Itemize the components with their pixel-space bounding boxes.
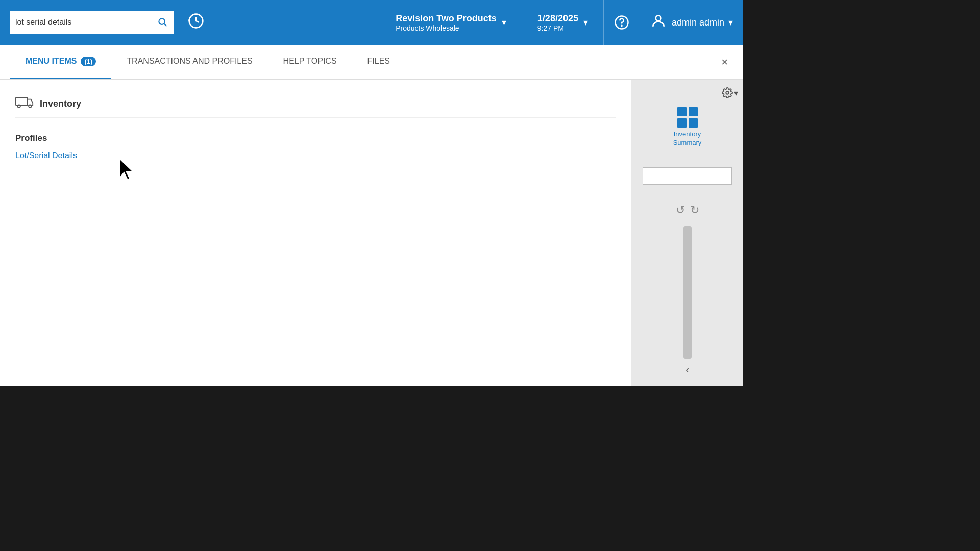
sidebar-divider-1: [637, 158, 738, 158]
profiles-title: Profiles: [15, 133, 616, 143]
svg-line-1: [164, 23, 167, 26]
time-text: 9:27 PM: [537, 24, 578, 32]
tab-help[interactable]: HELP TOPICS: [268, 45, 352, 79]
history-button[interactable]: [184, 9, 208, 37]
right-sidebar: ▾ InventorySummary: [631, 80, 743, 386]
tab-menu-items-label: MENU ITEMS: [26, 57, 77, 66]
user-icon: [650, 13, 667, 33]
sidebar-divider-2: [637, 194, 738, 194]
header-bar: Revision Two Products Products Wholesale…: [0, 0, 743, 45]
company-info: Revision Two Products Products Wholesale: [396, 13, 497, 32]
sidebar-scrollbar[interactable]: [683, 226, 692, 359]
inventory-truck-icon: [15, 95, 34, 112]
svg-rect-11: [677, 118, 687, 128]
svg-point-0: [159, 18, 165, 24]
company-name: Revision Two Products: [396, 13, 497, 24]
bottom-bar: [0, 494, 980, 551]
help-button[interactable]: [604, 0, 640, 45]
sidebar-redo-button[interactable]: ↻: [690, 204, 699, 217]
tab-close-button[interactable]: ×: [716, 56, 733, 69]
tab-files-label: FILES: [368, 57, 390, 66]
results-panel: Inventory Profiles Lot/Serial Details: [0, 80, 631, 386]
sidebar-controls: ↺ ↻: [676, 204, 699, 217]
category-header: Inventory: [15, 90, 616, 118]
search-container: [10, 11, 174, 34]
main-content: Inventory Profiles Lot/Serial Details ▾: [0, 80, 743, 386]
inventory-summary-label: InventorySummary: [673, 130, 702, 147]
sidebar-search-input[interactable]: [643, 167, 732, 185]
svg-point-7: [29, 105, 31, 107]
settings-button[interactable]: ▾: [722, 87, 738, 98]
tab-transactions-label: TRANSACTIONS AND PROFILES: [127, 57, 252, 66]
search-button[interactable]: [156, 16, 168, 30]
inventory-summary-button[interactable]: InventorySummary: [668, 101, 707, 153]
inventory-grid-icon: [676, 106, 699, 130]
user-section[interactable]: admin admin ▾: [640, 0, 743, 45]
lot-serial-details-link[interactable]: Lot/Serial Details: [15, 151, 616, 160]
datetime-info: 1/28/2025 9:27 PM: [537, 13, 578, 32]
sidebar-top: ▾: [631, 85, 743, 101]
search-input[interactable]: [15, 18, 156, 27]
datetime-chevron-icon: ▾: [583, 17, 588, 28]
company-chevron-icon: ▾: [502, 17, 506, 28]
profiles-section: Profiles Lot/Serial Details: [15, 128, 616, 169]
tab-transactions[interactable]: TRANSACTIONS AND PROFILES: [111, 45, 267, 79]
sidebar-undo-button[interactable]: ↺: [676, 204, 685, 217]
search-tabs: MENU ITEMS (1) TRANSACTIONS AND PROFILES…: [0, 45, 743, 80]
svg-point-4: [656, 15, 662, 21]
svg-rect-5: [16, 97, 28, 105]
tab-menu-items[interactable]: MENU ITEMS (1): [10, 45, 111, 79]
user-name: admin admin: [672, 17, 724, 28]
tab-help-label: HELP TOPICS: [283, 57, 337, 66]
svg-point-6: [18, 105, 20, 107]
tab-menu-items-badge: (1): [81, 57, 96, 66]
date-text: 1/28/2025: [537, 13, 578, 24]
gear-chevron-icon: ▾: [734, 88, 738, 98]
user-chevron-icon: ▾: [728, 17, 733, 28]
category-title: Inventory: [40, 98, 81, 109]
svg-rect-9: [677, 107, 687, 116]
company-section[interactable]: Revision Two Products Products Wholesale…: [380, 0, 522, 45]
tab-files[interactable]: FILES: [352, 45, 405, 79]
svg-rect-12: [689, 118, 698, 128]
svg-point-3: [621, 26, 622, 26]
company-sub: Products Wholesale: [396, 24, 497, 32]
svg-rect-10: [689, 107, 698, 116]
datetime-section[interactable]: 1/28/2025 9:27 PM ▾: [522, 0, 604, 45]
sidebar-collapse-button[interactable]: ‹: [685, 364, 689, 375]
svg-point-8: [726, 91, 729, 94]
